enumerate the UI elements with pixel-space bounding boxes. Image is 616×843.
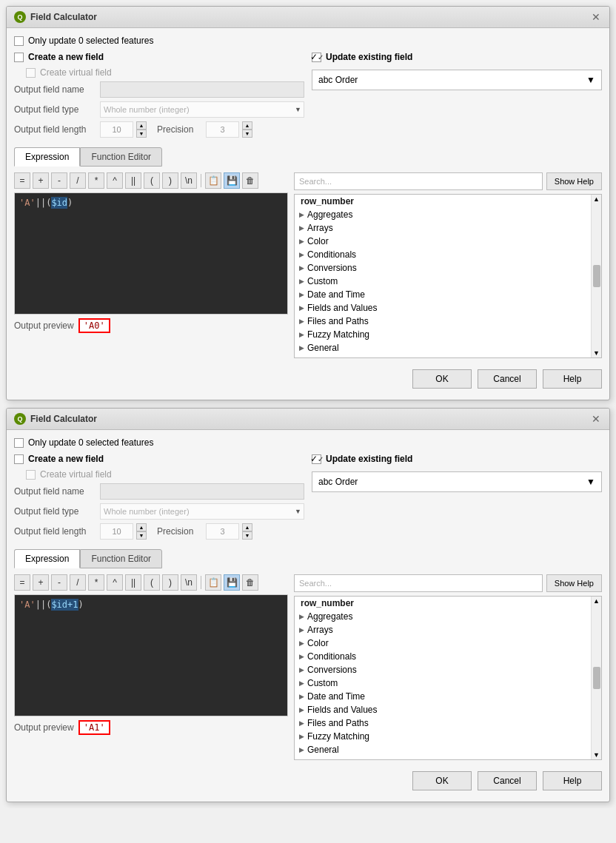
toolbar-divide-2[interactable]: / [70, 574, 86, 591]
show-help-btn-1[interactable]: Show Help [546, 172, 602, 190]
func-conversions-1[interactable]: ▶ Conversions [295, 261, 591, 275]
func-fields-2[interactable]: ▶ Fields and Values [295, 703, 591, 716]
show-help-btn-2[interactable]: Show Help [546, 574, 602, 592]
virtual-field-checkbox-2[interactable] [26, 470, 36, 480]
expression-box-2[interactable]: 'A'||($id+1) [14, 594, 288, 716]
func-arrays-2[interactable]: ▶ Arrays [295, 623, 591, 637]
func-color-2[interactable]: ▶ Color [295, 637, 591, 650]
scroll-thumb-2[interactable] [593, 667, 600, 689]
create-new-field-checkbox-2[interactable] [14, 454, 24, 464]
help-button-2[interactable]: Help [543, 771, 602, 790]
scrollbar-1[interactable]: ▲ ▼ [591, 195, 601, 357]
length-down-2[interactable]: ▼ [136, 531, 147, 540]
search-input-2[interactable] [294, 574, 543, 592]
func-files-2[interactable]: ▶ Files and Paths [295, 716, 591, 730]
update-field-dropdown-1[interactable]: abc Order ▼ [312, 70, 602, 90]
toolbar-lparen-2[interactable]: ( [144, 574, 160, 591]
func-datetime-1[interactable]: ▶ Date and Time [295, 288, 591, 301]
length-up-1[interactable]: ▲ [136, 121, 147, 130]
only-update-checkbox-1[interactable] [14, 36, 24, 46]
update-existing-checkbox-2[interactable]: ✓ [312, 454, 321, 464]
length-up-2[interactable]: ▲ [136, 523, 147, 531]
precision-up-2[interactable]: ▲ [242, 523, 252, 531]
precision-input-2[interactable] [206, 523, 239, 540]
toolbar-concat-2[interactable]: || [125, 574, 141, 591]
create-new-field-checkbox-1[interactable] [14, 53, 24, 62]
output-type-select-1[interactable]: Whole number (integer) [100, 101, 304, 118]
toolbar-plus-1[interactable]: + [33, 172, 49, 189]
toolbar-newline-2[interactable]: \n [181, 574, 197, 591]
toolbar-copy-2[interactable]: 📋 [205, 574, 221, 591]
precision-up-1[interactable]: ▲ [242, 121, 252, 130]
func-general-2[interactable]: ▶ General [295, 743, 591, 756]
func-geometry-2[interactable]: ▶ Geometry [295, 756, 591, 759]
toolbar-multiply-2[interactable]: * [88, 574, 104, 591]
func-geometry-1[interactable]: ▶ Geometry [295, 355, 591, 357]
scroll-up-1[interactable]: ▲ [593, 195, 600, 203]
func-row-number-1[interactable]: row_number [295, 195, 591, 208]
virtual-field-checkbox-1[interactable] [26, 68, 36, 78]
scroll-thumb-1[interactable] [593, 265, 600, 287]
func-conditionals-1[interactable]: ▶ Conditionals [295, 248, 591, 261]
ok-button-1[interactable]: OK [412, 369, 472, 389]
toolbar-copy-1[interactable]: 📋 [205, 172, 221, 189]
toolbar-power-1[interactable]: ^ [107, 172, 123, 189]
toolbar-equals-2[interactable]: = [14, 574, 30, 591]
toolbar-equals-1[interactable]: = [14, 172, 30, 189]
func-fields-1[interactable]: ▶ Fields and Values [295, 301, 591, 315]
toolbar-save-2[interactable]: 💾 [224, 574, 240, 591]
close-button-2[interactable]: ✕ [590, 413, 602, 425]
toolbar-minus-1[interactable]: - [51, 172, 67, 189]
precision-down-2[interactable]: ▼ [242, 531, 252, 540]
toolbar-power-2[interactable]: ^ [107, 574, 123, 591]
toolbar-concat-1[interactable]: || [125, 172, 141, 189]
toolbar-minus-2[interactable]: - [51, 574, 67, 591]
output-type-select-2[interactable]: Whole number (integer) [100, 503, 304, 520]
length-input-2[interactable] [100, 523, 133, 540]
func-fuzzy-1[interactable]: ▶ Fuzzy Matching [295, 328, 591, 341]
func-datetime-2[interactable]: ▶ Date and Time [295, 690, 591, 703]
toolbar-rparen-2[interactable]: ) [162, 574, 178, 591]
toolbar-lparen-1[interactable]: ( [144, 172, 160, 189]
length-input-1[interactable] [100, 121, 133, 138]
search-input-1[interactable] [294, 172, 543, 190]
toolbar-newline-1[interactable]: \n [181, 172, 197, 189]
func-aggregates-2[interactable]: ▶ Aggregates [295, 610, 591, 623]
scrollbar-2[interactable]: ▲ ▼ [591, 597, 601, 759]
toolbar-divide-1[interactable]: / [70, 172, 86, 189]
expression-box-1[interactable]: 'A'||($id) [14, 192, 288, 315]
help-button-1[interactable]: Help [543, 369, 602, 389]
update-field-dropdown-2[interactable]: abc Order ▼ [312, 471, 602, 492]
only-update-checkbox-2[interactable] [14, 438, 24, 448]
length-down-1[interactable]: ▼ [136, 130, 147, 138]
func-color-1[interactable]: ▶ Color [295, 235, 591, 248]
scroll-down-2[interactable]: ▼ [593, 751, 600, 759]
scroll-up-2[interactable]: ▲ [593, 597, 600, 605]
func-files-1[interactable]: ▶ Files and Paths [295, 315, 591, 328]
close-button-1[interactable]: ✕ [590, 11, 602, 23]
cancel-button-2[interactable]: Cancel [478, 771, 537, 790]
toolbar-save-1[interactable]: 💾 [224, 172, 240, 189]
toolbar-multiply-1[interactable]: * [88, 172, 104, 189]
tab-expression-2[interactable]: Expression [14, 549, 80, 568]
scroll-down-1[interactable]: ▼ [593, 349, 600, 357]
func-row-number-2[interactable]: row_number [295, 597, 591, 610]
tab-function-editor-2[interactable]: Function Editor [80, 549, 162, 568]
func-custom-2[interactable]: ▶ Custom [295, 676, 591, 690]
tab-function-editor-1[interactable]: Function Editor [80, 147, 162, 167]
precision-input-1[interactable] [206, 121, 239, 138]
func-aggregates-1[interactable]: ▶ Aggregates [295, 208, 591, 221]
toolbar-clear-2[interactable]: 🗑 [242, 574, 258, 591]
toolbar-plus-2[interactable]: + [33, 574, 49, 591]
func-arrays-1[interactable]: ▶ Arrays [295, 221, 591, 235]
precision-down-1[interactable]: ▼ [242, 130, 252, 138]
tab-expression-1[interactable]: Expression [14, 147, 80, 167]
func-fuzzy-2[interactable]: ▶ Fuzzy Matching [295, 730, 591, 743]
toolbar-rparen-1[interactable]: ) [162, 172, 178, 189]
func-general-1[interactable]: ▶ General [295, 341, 591, 355]
func-conditionals-2[interactable]: ▶ Conditionals [295, 650, 591, 663]
func-custom-1[interactable]: ▶ Custom [295, 275, 591, 288]
func-conversions-2[interactable]: ▶ Conversions [295, 663, 591, 676]
ok-button-2[interactable]: OK [412, 771, 472, 790]
update-existing-checkbox-1[interactable]: ✓ [312, 53, 321, 62]
